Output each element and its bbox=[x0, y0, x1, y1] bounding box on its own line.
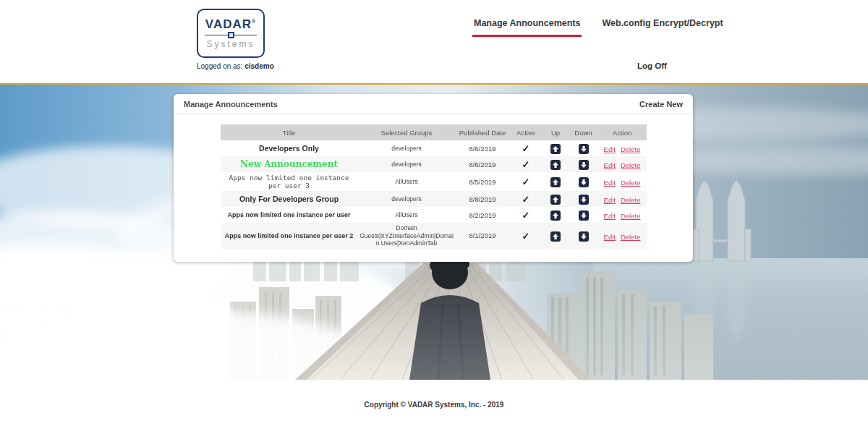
col-action: Action bbox=[598, 124, 647, 140]
col-title: Title bbox=[221, 124, 358, 140]
col-up: Up bbox=[542, 124, 569, 140]
delete-link[interactable]: Delete bbox=[621, 233, 640, 241]
down-arrow-icon[interactable] bbox=[579, 210, 589, 221]
up-arrow-icon[interactable] bbox=[550, 177, 561, 187]
check-icon: ✓ bbox=[522, 231, 530, 242]
table-row: Developers Only developers 8/6/2019 ✓ Ed… bbox=[221, 140, 647, 156]
logo-brand-text: VADAR® bbox=[205, 18, 256, 30]
down-arrow-icon[interactable] bbox=[579, 160, 589, 170]
delete-link[interactable]: Delete bbox=[621, 212, 640, 220]
edit-link[interactable]: Edit bbox=[604, 161, 616, 169]
announcement-title: Apps now limited one instance per user bbox=[221, 207, 358, 223]
logged-on-status: Logged on as: cisdemo bbox=[197, 62, 274, 70]
col-selected-groups: Selected Groups bbox=[358, 124, 456, 140]
nav-webconfig-encrypt-decrypt[interactable]: Web.config Encrypt/Decrypt bbox=[602, 18, 723, 37]
copyright-text: Copyright © VADAR Systems, Inc. - 2019 bbox=[365, 401, 504, 409]
vadar-logo[interactable]: VADAR® Systems bbox=[197, 9, 265, 58]
published-date: 8/6/2019 bbox=[456, 156, 510, 172]
active-tab-underline bbox=[472, 35, 582, 37]
up-arrow-icon[interactable] bbox=[550, 160, 561, 170]
panel-title: Manage Announcements bbox=[184, 100, 278, 109]
delete-link[interactable]: Delete bbox=[621, 179, 640, 187]
col-active: Active bbox=[510, 124, 542, 140]
selected-groups: Domain Guests|XYZInterfaceAdmin|Domain U… bbox=[358, 223, 456, 249]
table-row: New Announcement developers 8/6/2019 ✓ E… bbox=[221, 156, 647, 172]
up-arrow-icon[interactable] bbox=[550, 210, 561, 221]
logo-square-icon bbox=[228, 32, 234, 38]
table-row: Apps now limited one instance per user 3… bbox=[221, 172, 647, 191]
down-arrow-icon[interactable] bbox=[579, 144, 589, 154]
announcements-table-wrap: Title Selected Groups Published Date Act… bbox=[174, 114, 693, 262]
published-date: 8/2/2019 bbox=[456, 207, 510, 223]
announcement-title: Apps now limited one instance per user 2 bbox=[221, 223, 358, 249]
nav-manage-announcements[interactable]: Manage Announcements bbox=[474, 18, 580, 37]
selected-groups: developers bbox=[358, 191, 456, 207]
col-down: Down bbox=[569, 124, 598, 140]
create-new-button[interactable]: Create New bbox=[639, 100, 683, 109]
table-header-row: Title Selected Groups Published Date Act… bbox=[221, 124, 647, 140]
logo-divider bbox=[205, 32, 257, 38]
delete-link[interactable]: Delete bbox=[621, 161, 640, 169]
log-off-link[interactable]: Log Off bbox=[637, 61, 667, 70]
app-header: VADAR® Systems Logged on as: cisdemo Man… bbox=[0, 0, 868, 85]
col-published-date: Published Date bbox=[456, 124, 510, 140]
table-row: Only For Developers Group developers 8/8… bbox=[221, 191, 647, 207]
table-row: Apps now limited one instance per user A… bbox=[221, 207, 647, 223]
selected-groups: AllUsers bbox=[358, 207, 456, 223]
down-arrow-icon[interactable] bbox=[579, 195, 589, 205]
down-arrow-icon[interactable] bbox=[579, 177, 589, 187]
table-row: Apps now limited one instance per user 2… bbox=[221, 223, 647, 249]
check-icon: ✓ bbox=[522, 143, 530, 154]
check-icon: ✓ bbox=[522, 210, 530, 221]
announcements-table: Title Selected Groups Published Date Act… bbox=[221, 124, 647, 249]
edit-link[interactable]: Edit bbox=[604, 196, 616, 204]
logo-subtitle: Systems bbox=[206, 40, 255, 48]
page-footer: Copyright © VADAR Systems, Inc. - 2019 bbox=[0, 380, 868, 434]
announcement-title: Apps now limited one instance per user 3 bbox=[221, 172, 358, 191]
published-date: 8/1/2019 bbox=[456, 223, 510, 249]
edit-link[interactable]: Edit bbox=[604, 145, 616, 153]
selected-groups: AllUsers bbox=[358, 172, 456, 191]
selected-groups: developers bbox=[358, 156, 456, 172]
delete-link[interactable]: Delete bbox=[621, 145, 640, 153]
delete-link[interactable]: Delete bbox=[621, 196, 640, 204]
main-nav: Manage Announcements Web.config Encrypt/… bbox=[474, 18, 723, 37]
published-date: 8/5/2019 bbox=[456, 172, 510, 191]
check-icon: ✓ bbox=[522, 194, 530, 205]
up-arrow-icon[interactable] bbox=[550, 144, 561, 154]
manage-announcements-panel: Manage Announcements Create New Title Se… bbox=[174, 94, 693, 262]
edit-link[interactable]: Edit bbox=[604, 179, 616, 187]
announcement-title: Developers Only bbox=[221, 140, 358, 156]
announcement-title: New Announcement bbox=[221, 156, 358, 172]
down-arrow-icon[interactable] bbox=[579, 231, 589, 242]
check-icon: ✓ bbox=[522, 159, 530, 170]
up-arrow-icon[interactable] bbox=[550, 231, 561, 242]
panel-header: Manage Announcements Create New bbox=[174, 94, 693, 114]
announcement-title: Only For Developers Group bbox=[221, 191, 358, 207]
published-date: 8/8/2019 bbox=[456, 191, 510, 207]
nav-label: Web.config Encrypt/Decrypt bbox=[602, 18, 723, 28]
nav-label: Manage Announcements bbox=[474, 18, 580, 28]
edit-link[interactable]: Edit bbox=[604, 233, 616, 241]
selected-groups: developers bbox=[358, 140, 456, 156]
published-date: 8/6/2019 bbox=[456, 140, 510, 156]
logged-on-username: cisdemo bbox=[244, 62, 274, 70]
app-root: VADAR® Systems Logged on as: cisdemo Man… bbox=[0, 0, 868, 434]
edit-link[interactable]: Edit bbox=[604, 212, 616, 220]
registered-mark: ® bbox=[252, 19, 256, 24]
up-arrow-icon[interactable] bbox=[550, 195, 561, 205]
check-icon: ✓ bbox=[522, 176, 530, 187]
